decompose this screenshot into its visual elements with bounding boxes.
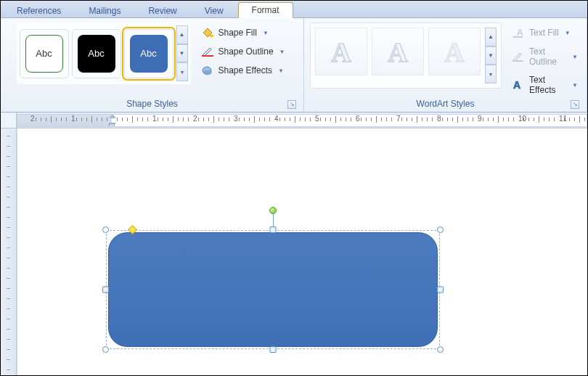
svg-text:A: A bbox=[517, 28, 523, 38]
ruler-label: 6 bbox=[354, 115, 360, 126]
text-fill-icon: A bbox=[512, 27, 525, 38]
text-effects-button[interactable]: A Text Effects ▼ bbox=[509, 73, 581, 97]
svg-text:A: A bbox=[331, 37, 351, 68]
group-wordart-styles: A A A ▲ ▼ ▾ A Text F bbox=[304, 18, 587, 112]
gallery-scroll-up[interactable]: ▲ bbox=[176, 25, 188, 44]
wordart-more-button[interactable]: ▾ bbox=[485, 65, 497, 83]
resize-handle-tl[interactable] bbox=[102, 226, 109, 233]
wordart-thumb-3[interactable]: A bbox=[428, 28, 481, 75]
svg-text:A: A bbox=[513, 79, 520, 91]
left-indent-marker[interactable] bbox=[109, 123, 115, 127]
group-label-shape-styles: Shape Styles ↘ bbox=[7, 99, 298, 110]
text-outline-button[interactable]: Text Outline ▼ bbox=[509, 45, 581, 68]
ruler-label: 3 bbox=[232, 115, 238, 126]
chevron-down-icon: ▼ bbox=[572, 54, 578, 60]
wordart-scroll-down[interactable]: ▼ bbox=[485, 46, 497, 65]
shape-style-thumb-1-label: Abc bbox=[25, 35, 63, 73]
ruler-label: 5 bbox=[313, 115, 319, 126]
paint-bucket-icon bbox=[201, 27, 214, 38]
tab-view[interactable]: View bbox=[192, 4, 237, 18]
tab-review[interactable]: Review bbox=[135, 4, 189, 18]
pencil-outline-icon bbox=[201, 46, 214, 57]
shape-commands: Shape Fill ▼ Shape Outline ▼ Shape Effec… bbox=[198, 23, 288, 78]
wordart-gallery: A A A ▲ ▼ ▾ bbox=[310, 23, 502, 89]
ribbon: Abc Abc Abc ▲ ▼ ▾ S bbox=[1, 18, 587, 113]
resize-handle-l[interactable] bbox=[102, 287, 109, 293]
dialog-launcher-wordart-styles[interactable]: ↘ bbox=[571, 100, 579, 109]
text-outline-icon bbox=[512, 51, 525, 62]
wordart-scroll-up[interactable]: ▲ bbox=[485, 28, 497, 46]
ruler-scale[interactable]: 211234567891011 bbox=[17, 114, 587, 127]
resize-handle-bl[interactable] bbox=[102, 346, 109, 353]
wordart-thumb-1[interactable]: A bbox=[315, 28, 367, 75]
shape-style-thumb-3-label: Abc bbox=[130, 35, 168, 73]
dialog-launcher-shape-styles[interactable]: ↘ bbox=[287, 100, 296, 109]
gallery-scroll: ▲ ▼ ▾ bbox=[176, 25, 188, 81]
shape-outline-label: Shape Outline bbox=[219, 46, 274, 57]
svg-rect-8 bbox=[513, 36, 523, 38]
ribbon-tabs: References Mailings Review View Format bbox=[1, 1, 587, 18]
rotation-handle[interactable] bbox=[269, 207, 277, 214]
ruler-label: 2 bbox=[28, 115, 35, 126]
svg-rect-0 bbox=[210, 35, 213, 37]
ruler-label: 7 bbox=[394, 115, 401, 126]
chevron-down-icon: ▼ bbox=[572, 82, 578, 89]
shape-effects-button[interactable]: Shape Effects ▼ bbox=[198, 63, 288, 78]
ruler-corner bbox=[1, 113, 17, 128]
resize-handle-b[interactable] bbox=[269, 346, 276, 353]
resize-handle-r[interactable] bbox=[437, 287, 444, 293]
resize-handle-tr[interactable] bbox=[437, 226, 444, 233]
ruler-label: 4 bbox=[272, 115, 279, 126]
group-shape-styles: Abc Abc Abc ▲ ▼ ▾ S bbox=[1, 18, 304, 112]
first-line-indent-marker[interactable] bbox=[109, 114, 116, 118]
ruler-label: 8 bbox=[435, 115, 441, 126]
workspace bbox=[1, 128, 587, 375]
shape-fill-button[interactable]: Shape Fill ▼ bbox=[198, 25, 288, 40]
text-outline-label: Text Outline bbox=[529, 46, 566, 67]
shape-style-thumb-3[interactable]: Abc bbox=[124, 29, 173, 78]
shape-style-thumb-1[interactable]: Abc bbox=[20, 29, 69, 78]
shape-style-thumb-2-label: Abc bbox=[78, 35, 115, 73]
resize-handle-br[interactable] bbox=[437, 346, 444, 353]
chevron-down-icon: ▼ bbox=[565, 30, 571, 36]
chevron-down-icon: ▼ bbox=[279, 49, 285, 55]
svg-text:A: A bbox=[444, 37, 465, 68]
shape-style-thumb-2[interactable]: Abc bbox=[72, 29, 121, 78]
ruler-label: 2 bbox=[191, 115, 197, 126]
text-effects-label: Text Effects bbox=[529, 75, 566, 95]
svg-rect-1 bbox=[202, 55, 213, 57]
shape-effects-icon bbox=[201, 65, 214, 76]
ruler-label: 10 bbox=[516, 115, 526, 126]
horizontal-ruler[interactable]: 211234567891011 bbox=[1, 113, 587, 128]
svg-point-3 bbox=[203, 70, 212, 75]
svg-rect-9 bbox=[513, 60, 523, 62]
text-fill-label: Text Fill bbox=[529, 28, 559, 38]
chevron-down-icon: ▼ bbox=[278, 68, 284, 74]
shape-effects-label: Shape Effects bbox=[219, 65, 273, 75]
text-effects-icon: A bbox=[512, 79, 525, 91]
svg-text:A: A bbox=[388, 37, 408, 68]
tab-mailings[interactable]: Mailings bbox=[75, 4, 134, 18]
tab-format[interactable]: Format bbox=[238, 2, 293, 18]
wordart-gallery-scroll: ▲ ▼ ▾ bbox=[485, 28, 497, 83]
document-page[interactable] bbox=[17, 128, 587, 375]
shape-fill-label: Shape Fill bbox=[219, 28, 257, 38]
resize-handle-t[interactable] bbox=[269, 226, 276, 233]
text-commands: A Text Fill ▼ Text Outline ▼ A Tex bbox=[509, 23, 581, 97]
shape-style-gallery: Abc Abc Abc ▲ ▼ ▾ bbox=[17, 23, 191, 84]
rounded-rectangle-shape[interactable] bbox=[108, 232, 438, 347]
ruler-label: 9 bbox=[475, 115, 482, 126]
text-fill-button[interactable]: A Text Fill ▼ bbox=[509, 25, 581, 40]
wordart-thumb-2[interactable]: A bbox=[372, 28, 424, 75]
tab-references[interactable]: References bbox=[4, 4, 74, 18]
group-label-wordart-styles: WordArt Styles ↘ bbox=[310, 99, 581, 110]
vertical-ruler[interactable] bbox=[1, 128, 17, 375]
gallery-scroll-down[interactable]: ▼ bbox=[176, 44, 188, 63]
gallery-more-button[interactable]: ▾ bbox=[176, 62, 188, 81]
rotation-stem bbox=[273, 213, 274, 227]
selected-shape[interactable] bbox=[106, 230, 440, 349]
ruler-label: 1 bbox=[150, 115, 157, 126]
shape-outline-button[interactable]: Shape Outline ▼ bbox=[198, 44, 288, 59]
ruler-label: 11 bbox=[557, 115, 567, 126]
chevron-down-icon: ▼ bbox=[263, 30, 269, 36]
